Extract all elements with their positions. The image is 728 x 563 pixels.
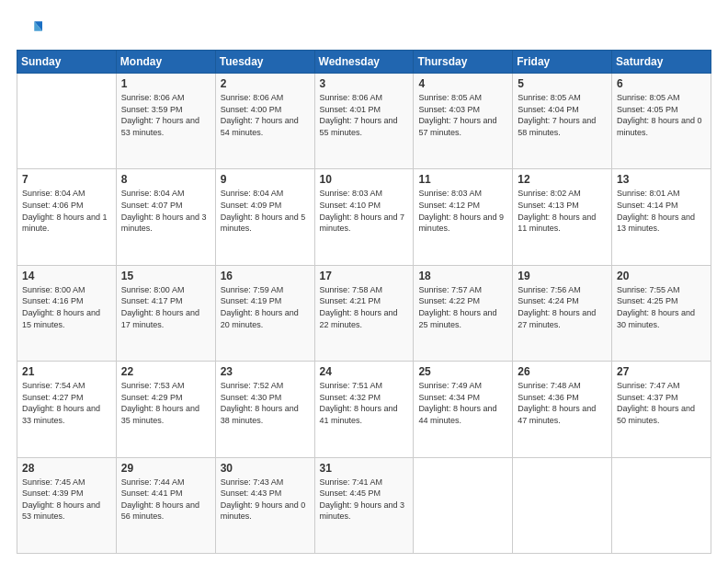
day-number: 23 (221, 365, 310, 378)
week-row-2: 14Sunrise: 8:00 AMSunset: 4:16 PMDayligh… (17, 265, 711, 361)
calendar-cell: 8Sunrise: 8:04 AMSunset: 4:07 PMDaylight… (116, 169, 215, 265)
day-info: Sunrise: 8:05 AMSunset: 4:05 PMDaylight:… (617, 93, 702, 137)
day-info: Sunrise: 7:57 AMSunset: 4:22 PMDaylight:… (418, 285, 496, 329)
calendar-cell: 12Sunrise: 8:02 AMSunset: 4:13 PMDayligh… (513, 169, 612, 265)
calendar-cell: 2Sunrise: 8:06 AMSunset: 4:00 PMDaylight… (215, 74, 314, 169)
calendar-table: SundayMondayTuesdayWednesdayThursdayFrid… (17, 50, 711, 554)
day-number: 13 (617, 173, 706, 186)
day-info: Sunrise: 7:53 AMSunset: 4:29 PMDaylight:… (121, 381, 199, 425)
day-info: Sunrise: 8:02 AMSunset: 4:13 PMDaylight:… (518, 189, 596, 233)
day-info: Sunrise: 8:04 AMSunset: 4:07 PMDaylight:… (121, 189, 207, 233)
weekday-header-tuesday: Tuesday (215, 51, 314, 74)
day-info: Sunrise: 7:54 AMSunset: 4:27 PMDaylight:… (22, 381, 100, 425)
day-info: Sunrise: 8:06 AMSunset: 4:01 PMDaylight:… (320, 93, 398, 137)
calendar-cell: 31Sunrise: 7:41 AMSunset: 4:45 PMDayligh… (314, 457, 414, 553)
day-info: Sunrise: 8:04 AMSunset: 4:06 PMDaylight:… (22, 189, 108, 233)
day-number: 9 (221, 173, 310, 186)
day-info: Sunrise: 8:06 AMSunset: 3:59 PMDaylight:… (121, 93, 199, 137)
weekday-header-thursday: Thursday (414, 51, 513, 74)
day-number: 8 (121, 173, 210, 186)
day-info: Sunrise: 7:43 AMSunset: 4:43 PMDaylight:… (221, 477, 306, 522)
calendar-cell: 9Sunrise: 8:04 AMSunset: 4:09 PMDaylight… (215, 169, 314, 265)
week-row-4: 28Sunrise: 7:45 AMSunset: 4:39 PMDayligh… (17, 457, 711, 553)
calendar-cell (513, 457, 612, 553)
weekday-header-monday: Monday (116, 51, 215, 74)
day-info: Sunrise: 8:06 AMSunset: 4:00 PMDaylight:… (221, 93, 299, 137)
calendar-cell: 20Sunrise: 7:55 AMSunset: 4:25 PMDayligh… (612, 265, 711, 361)
calendar-cell: 25Sunrise: 7:49 AMSunset: 4:34 PMDayligh… (414, 362, 513, 457)
calendar-cell: 23Sunrise: 7:52 AMSunset: 4:30 PMDayligh… (215, 362, 314, 457)
day-number: 22 (121, 365, 210, 378)
day-info: Sunrise: 7:52 AMSunset: 4:30 PMDaylight:… (221, 381, 299, 425)
day-info: Sunrise: 8:00 AMSunset: 4:17 PMDaylight:… (121, 285, 199, 329)
day-number: 5 (518, 77, 607, 90)
calendar-cell: 27Sunrise: 7:47 AMSunset: 4:37 PMDayligh… (612, 362, 711, 457)
calendar-cell (17, 74, 117, 169)
day-number: 4 (418, 77, 507, 90)
day-number: 30 (221, 462, 310, 475)
logo (17, 17, 46, 42)
header (17, 17, 711, 42)
day-info: Sunrise: 7:47 AMSunset: 4:37 PMDaylight:… (617, 381, 695, 425)
day-info: Sunrise: 8:03 AMSunset: 4:10 PMDaylight:… (320, 189, 405, 233)
week-row-3: 21Sunrise: 7:54 AMSunset: 4:27 PMDayligh… (17, 362, 711, 457)
day-info: Sunrise: 7:55 AMSunset: 4:25 PMDaylight:… (617, 285, 695, 329)
day-info: Sunrise: 8:04 AMSunset: 4:09 PMDaylight:… (221, 189, 306, 233)
day-number: 15 (121, 270, 210, 282)
calendar-cell: 30Sunrise: 7:43 AMSunset: 4:43 PMDayligh… (215, 457, 314, 553)
week-row-0: 1Sunrise: 8:06 AMSunset: 3:59 PMDaylight… (17, 74, 711, 169)
weekday-header-friday: Friday (513, 51, 612, 74)
day-info: Sunrise: 7:45 AMSunset: 4:39 PMDaylight:… (22, 477, 100, 522)
calendar-cell (414, 457, 513, 553)
calendar-cell: 24Sunrise: 7:51 AMSunset: 4:32 PMDayligh… (314, 362, 414, 457)
day-info: Sunrise: 7:49 AMSunset: 4:34 PMDaylight:… (418, 381, 496, 425)
page: SundayMondayTuesdayWednesdayThursdayFrid… (0, 0, 728, 563)
day-number: 26 (518, 365, 607, 378)
day-info: Sunrise: 8:00 AMSunset: 4:16 PMDaylight:… (22, 285, 100, 329)
calendar-cell: 16Sunrise: 7:59 AMSunset: 4:19 PMDayligh… (215, 265, 314, 361)
weekday-header-row: SundayMondayTuesdayWednesdayThursdayFrid… (17, 51, 711, 74)
day-number: 2 (221, 77, 310, 90)
day-number: 25 (418, 365, 507, 378)
day-info: Sunrise: 8:05 AMSunset: 4:03 PMDaylight:… (418, 93, 496, 137)
calendar-cell: 28Sunrise: 7:45 AMSunset: 4:39 PMDayligh… (17, 457, 117, 553)
day-number: 24 (320, 365, 409, 378)
day-info: Sunrise: 7:56 AMSunset: 4:24 PMDaylight:… (518, 285, 596, 329)
day-number: 31 (320, 462, 409, 475)
day-number: 17 (320, 270, 409, 282)
day-number: 1 (121, 77, 210, 90)
day-number: 6 (617, 77, 706, 90)
day-info: Sunrise: 7:51 AMSunset: 4:32 PMDaylight:… (320, 381, 398, 425)
day-number: 21 (22, 365, 111, 378)
calendar-cell: 7Sunrise: 8:04 AMSunset: 4:06 PMDaylight… (17, 169, 117, 265)
calendar-cell: 15Sunrise: 8:00 AMSunset: 4:17 PMDayligh… (116, 265, 215, 361)
calendar-cell: 10Sunrise: 8:03 AMSunset: 4:10 PMDayligh… (314, 169, 414, 265)
day-info: Sunrise: 7:44 AMSunset: 4:41 PMDaylight:… (121, 477, 199, 522)
calendar-cell: 18Sunrise: 7:57 AMSunset: 4:22 PMDayligh… (414, 265, 513, 361)
weekday-header-saturday: Saturday (612, 51, 711, 74)
calendar-cell (612, 457, 711, 553)
day-number: 18 (418, 270, 507, 282)
calendar-cell: 1Sunrise: 8:06 AMSunset: 3:59 PMDaylight… (116, 74, 215, 169)
weekday-header-sunday: Sunday (17, 51, 117, 74)
calendar-cell: 6Sunrise: 8:05 AMSunset: 4:05 PMDaylight… (612, 74, 711, 169)
day-number: 12 (518, 173, 607, 186)
day-info: Sunrise: 7:48 AMSunset: 4:36 PMDaylight:… (518, 381, 596, 425)
calendar-cell: 29Sunrise: 7:44 AMSunset: 4:41 PMDayligh… (116, 457, 215, 553)
calendar-cell: 14Sunrise: 8:00 AMSunset: 4:16 PMDayligh… (17, 265, 117, 361)
calendar-cell: 19Sunrise: 7:56 AMSunset: 4:24 PMDayligh… (513, 265, 612, 361)
calendar-cell: 4Sunrise: 8:05 AMSunset: 4:03 PMDaylight… (414, 74, 513, 169)
day-number: 10 (320, 173, 409, 186)
day-number: 20 (617, 270, 706, 282)
day-number: 19 (518, 270, 607, 282)
day-number: 29 (121, 462, 210, 475)
day-info: Sunrise: 8:01 AMSunset: 4:14 PMDaylight:… (617, 189, 695, 233)
day-info: Sunrise: 7:58 AMSunset: 4:21 PMDaylight:… (320, 285, 398, 329)
day-info: Sunrise: 7:59 AMSunset: 4:19 PMDaylight:… (221, 285, 299, 329)
calendar-cell: 21Sunrise: 7:54 AMSunset: 4:27 PMDayligh… (17, 362, 117, 457)
calendar-cell: 22Sunrise: 7:53 AMSunset: 4:29 PMDayligh… (116, 362, 215, 457)
day-number: 3 (320, 77, 409, 90)
logo-icon (17, 17, 42, 42)
calendar-cell: 13Sunrise: 8:01 AMSunset: 4:14 PMDayligh… (612, 169, 711, 265)
week-row-1: 7Sunrise: 8:04 AMSunset: 4:06 PMDaylight… (17, 169, 711, 265)
